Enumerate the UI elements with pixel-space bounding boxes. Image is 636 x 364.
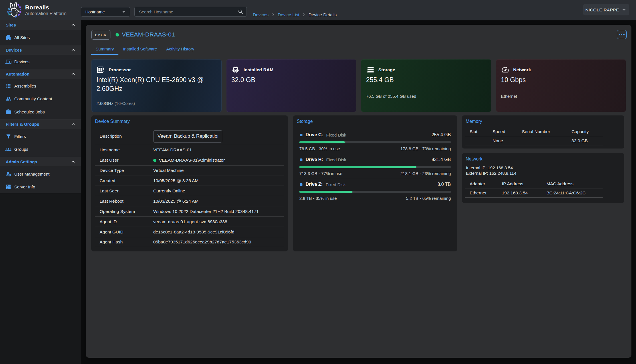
row-label: Created <box>95 178 153 183</box>
drive-usage-bar <box>299 191 451 193</box>
sidebar-item-user-management[interactable]: User Management <box>0 168 81 180</box>
drive-usage-bar <box>299 141 451 143</box>
sidebar-item-community-content[interactable]: Community Content <box>0 92 81 105</box>
drive-row-h: Drive H: Fixed Disk 931.4 GB 713.3 GB - … <box>299 153 451 178</box>
cell-ip-address: 192.168.3.54 <box>502 190 546 196</box>
drive-usage-fill <box>299 191 352 193</box>
sidebar-item-server-info[interactable]: Server Info <box>0 180 81 193</box>
column-header: MAC Address <box>546 181 603 186</box>
apps-grid-icon <box>5 83 11 89</box>
stat-value: 255.4 GB <box>366 76 486 84</box>
table-row-description: Description <box>95 128 284 145</box>
sidebar-section-admin-settings[interactable]: Admin Settings <box>0 157 81 167</box>
sidebar-item-label: Devices <box>14 59 29 64</box>
user-name: NICOLE RAPPE <box>585 7 619 12</box>
sidebar-item-scheduled-jobs[interactable]: Scheduled Jobs <box>0 105 81 118</box>
tab-activity-history[interactable]: Activity History <box>161 44 199 55</box>
table-row-last-reboot: Last Reboot 10/03/2025 @ 6:24 AM <box>95 196 284 206</box>
panel-title: Storage <box>297 119 313 124</box>
device-name-title: VEEAM-DRAAS-01 <box>122 31 175 38</box>
drive-name: Drive Z: <box>306 182 323 187</box>
tab-summary[interactable]: Summary <box>91 44 118 55</box>
back-button[interactable]: BACK <box>91 30 110 40</box>
row-label: Description <box>95 134 153 139</box>
ellipsis-dot <box>623 34 625 35</box>
stat-cards: Processor Intel(R) Xeon(R) CPU E5-2690 v… <box>91 59 626 112</box>
stat-value: 32.0 GB <box>231 76 352 84</box>
table-row-last-user: Last User VEEAM-DRAAS-01\Administrator <box>95 155 284 165</box>
sidebar-item-all-sites[interactable]: All Sites <box>0 31 81 44</box>
breadcrumb-separator-icon <box>270 12 276 18</box>
sidebar-item-filters[interactable]: Filters <box>0 130 81 143</box>
sidebar-item-label: Server Info <box>14 184 35 189</box>
table-row-agent-hash: Agent Hash 05ba0e7935171d626ecea29b27d7a… <box>95 237 284 247</box>
memory-chip-icon <box>231 66 240 74</box>
sidebar-item-devices[interactable]: Devices <box>0 55 81 68</box>
user-menu-button[interactable]: NICOLE RAPPE <box>583 4 629 15</box>
dropdown-arrow-icon <box>121 9 127 15</box>
stat-card-installed-ram: Installed RAM 32.0 GB <box>226 59 357 112</box>
description-input[interactable] <box>153 130 222 143</box>
drive-size: 255.4 GB <box>431 132 451 137</box>
sidebar-section-sites[interactable]: Sites <box>0 20 81 30</box>
sidebar-item-label: Scheduled Jobs <box>14 109 45 114</box>
stat-title: Storage <box>378 67 395 72</box>
drive-list: Drive C: Fixed Disk 255.4 GB 76.5 GB - 3… <box>299 129 451 203</box>
search-field-selected: Hostname <box>85 9 121 14</box>
sidebar-section-label: Sites <box>6 23 70 27</box>
memory-panel: Memory Slot Speed Serial Number Capacity… <box>462 115 624 149</box>
row-value: Currently Online <box>153 188 185 194</box>
breadcrumb-devices[interactable]: Devices <box>253 12 268 17</box>
chevron-up-icon <box>70 47 76 53</box>
ellipsis-dot <box>619 34 620 35</box>
row-value: Virtual Machine <box>153 168 184 173</box>
sidebar-item-label: Community Content <box>14 96 52 101</box>
row-label: Operating System <box>95 209 153 214</box>
network-table-row: Ethernet 192.168.3.54 BC:24:11:CA:C6:2C <box>465 188 603 198</box>
drive-usage-bar <box>299 166 451 168</box>
drive-remaining: 5.2 TB - 65% remaining <box>406 196 451 201</box>
sidebar-section-automation[interactable]: Automation <box>0 69 81 79</box>
column-header: Capacity <box>572 129 603 134</box>
drive-bullet-icon <box>300 183 302 186</box>
stat-subtext: 76.5 GB of 255.4 GB used <box>366 94 416 99</box>
manage-accounts-icon <box>5 171 11 177</box>
drive-used: 713.3 GB - 77% in use <box>299 171 342 176</box>
drive-used: 2.8 TB - 35% in use <box>299 196 337 201</box>
search-icon[interactable] <box>238 9 244 15</box>
device-tabs: Summary Installed Software Activity Hist… <box>91 44 199 55</box>
row-value: 10/05/2025 @ 3:26 AM <box>153 178 199 183</box>
sidebar-section-filters-groups[interactable]: Filters & Groups <box>0 119 81 129</box>
drive-row-z: Drive Z: Fixed Disk 8.0 TB 2.8 TB - 35% … <box>299 178 451 203</box>
storage-panel: Storage Drive C: Fixed Disk 255.4 GB 76.… <box>293 115 457 251</box>
row-label: Agent Hash <box>95 239 153 245</box>
stat-title: Processor <box>109 67 131 72</box>
sidebar-item-label: Assemblies <box>14 84 36 88</box>
sidebar: Sites All Sites Devices Devices Automati… <box>0 20 81 364</box>
breadcrumb-device-list[interactable]: Device List <box>278 12 299 17</box>
cell-capacity: 32.0 GB <box>572 138 603 143</box>
row-value: 05ba0e7935171d626ecea29b27d7ae175363cd90 <box>153 239 251 245</box>
drive-type: Fixed Disk <box>326 133 346 137</box>
search-box <box>134 7 247 17</box>
table-row-operating-system: Operating System Windows 10 2022 Datacen… <box>95 206 284 216</box>
row-value: VEEAM-DRAAS-01\Administrator <box>153 158 225 163</box>
sidebar-item-label: Groups <box>14 147 28 152</box>
ellipsis-dot <box>621 34 623 35</box>
cell-speed: None <box>492 138 522 143</box>
table-row-device-type: Device Type Virtual Machine <box>95 165 284 176</box>
panel-title: Network <box>466 156 482 162</box>
search-input[interactable] <box>139 9 238 14</box>
search-field-select[interactable]: Hostname <box>81 7 130 17</box>
tab-installed-software[interactable]: Installed Software <box>118 44 161 55</box>
sidebar-item-assemblies[interactable]: Assemblies <box>0 80 81 92</box>
sidebar-section-devices[interactable]: Devices <box>0 45 81 55</box>
device-summary-table: Description Hostname VEEAM-DRAAS-01 Last… <box>95 128 284 247</box>
breadcrumb-current: Device Details <box>308 12 337 17</box>
more-actions-button[interactable] <box>617 30 627 39</box>
briefcase-icon <box>5 109 11 115</box>
people-icon <box>5 96 11 102</box>
sidebar-item-groups[interactable]: Groups <box>0 143 81 156</box>
stat-card-network: Network 10 Gbps Ethernet <box>496 59 626 112</box>
panel-title: Device Summary <box>95 119 130 124</box>
